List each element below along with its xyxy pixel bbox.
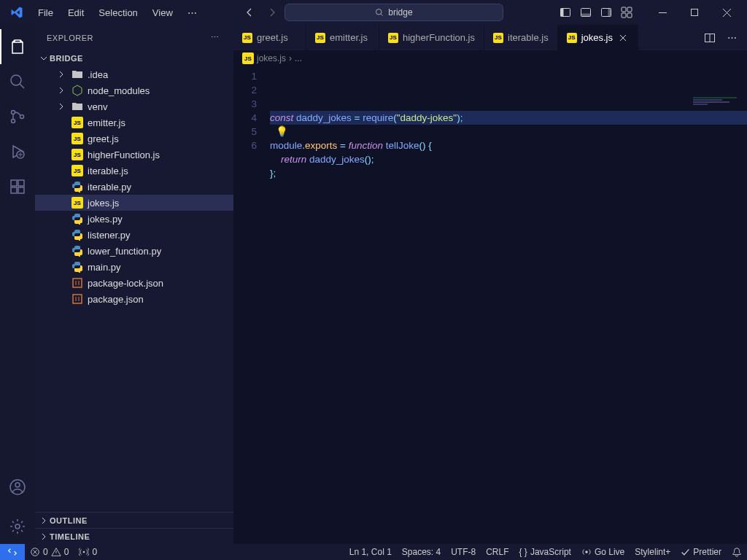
svg-rect-17 [11, 180, 17, 186]
editor-tab[interactable]: JShigherFunction.js [379, 25, 484, 50]
timeline-section[interactable]: TIMELINE [35, 528, 233, 544]
menu-view[interactable]: View [147, 4, 179, 21]
menu-file[interactable]: File [32, 4, 59, 21]
status-eol[interactable]: CRLF [481, 544, 514, 560]
layout-sidebar-left-icon[interactable] [556, 3, 575, 22]
menu-more-icon[interactable]: ⋯ [182, 4, 203, 21]
search-icon [375, 8, 384, 17]
js-file-icon: JS [567, 33, 577, 43]
braces-icon: { } [519, 547, 527, 557]
svg-rect-10 [627, 13, 632, 18]
tree-item-label: iterable.py [88, 182, 131, 192]
chevron-down-icon [38, 52, 50, 64]
split-editor-icon[interactable] [700, 28, 719, 47]
svg-rect-30 [693, 104, 708, 105]
activity-search-icon[interactable] [0, 64, 35, 99]
tab-label: jokes.js [581, 32, 613, 43]
editor-tabs: JSgreet.jsJSemitter.jsJShigherFunction.j… [233, 25, 747, 50]
svg-rect-7 [622, 7, 626, 12]
status-stylelint[interactable]: Stylelint+ [630, 544, 676, 560]
tree-item-label: iterable.js [88, 166, 128, 176]
tree-item-label: greet.js [88, 133, 119, 144]
tree-file[interactable]: listener.py [35, 227, 233, 243]
layout-sidebar-right-icon[interactable] [597, 3, 616, 22]
activity-extensions-icon[interactable] [0, 169, 35, 204]
js-icon: JS [71, 197, 83, 209]
project-name: BRIDGE [50, 54, 83, 63]
js-file-icon: JS [315, 33, 325, 43]
svg-rect-19 [18, 187, 24, 193]
editor-tab[interactable]: JSgreet.js [233, 25, 306, 50]
tree-file[interactable]: JSjokes.js [35, 195, 233, 211]
status-ports[interactable]: 0 [74, 544, 102, 560]
status-problems[interactable]: 0 0 [25, 544, 74, 560]
minimap[interactable] [693, 69, 737, 78]
tree-item-label: node_modules [88, 85, 150, 96]
svg-rect-29 [693, 101, 729, 103]
breadcrumb[interactable]: JS jokes.js › ... [233, 50, 747, 66]
nav-forward-button[interactable] [263, 3, 282, 22]
warning-icon [51, 547, 61, 557]
explorer-more-icon[interactable]: ⋯ [208, 31, 222, 44]
outline-section[interactable]: OUTLINE [35, 512, 233, 528]
editor-tab[interactable]: JSjokes.js [558, 25, 638, 50]
status-language[interactable]: { } JavaScript [514, 544, 576, 560]
code-content[interactable]: const daddy_jokes = require("daddy-jokes… [270, 66, 747, 544]
tree-item-label: package-lock.json [88, 278, 163, 289]
status-indentation[interactable]: Spaces: 4 [397, 544, 446, 560]
title-bar: File Edit Selection View ⋯ bridge [0, 0, 747, 25]
editor-tab[interactable]: JSiterable.js [484, 25, 558, 50]
window-maximize-button[interactable] [678, 0, 711, 25]
tree-folder[interactable]: venv [35, 98, 233, 114]
svg-rect-27 [693, 97, 737, 98]
status-encoding[interactable]: UTF-8 [446, 544, 481, 560]
tree-folder[interactable]: node_modules [35, 82, 233, 98]
tree-file[interactable]: package.json [35, 291, 233, 307]
tree-file[interactable]: JSgreet.js [35, 131, 233, 147]
activity-settings-icon[interactable] [0, 509, 35, 544]
activity-source-control-icon[interactable] [0, 99, 35, 134]
json-icon [71, 293, 83, 305]
svg-rect-4 [581, 14, 591, 17]
line-gutter: 123456 [233, 66, 270, 544]
tab-label: higherFunction.js [403, 32, 475, 43]
activity-bar [0, 25, 35, 544]
tree-file[interactable]: JSemitter.js [35, 114, 233, 131]
menu-edit[interactable]: Edit [62, 4, 90, 21]
tree-file[interactable]: JSiterable.js [35, 163, 233, 179]
status-prettier[interactable]: Prettier [676, 544, 727, 560]
nav-back-button[interactable] [241, 3, 260, 22]
activity-accounts-icon[interactable] [0, 470, 35, 505]
tree-file[interactable]: package-lock.json [35, 275, 233, 291]
svg-rect-24 [73, 279, 82, 287]
close-icon[interactable] [617, 32, 629, 44]
editor-tab[interactable]: JSemitter.js [306, 25, 379, 50]
tree-folder[interactable]: .idea [35, 66, 233, 82]
status-notifications[interactable] [727, 544, 747, 560]
py-icon [71, 229, 83, 241]
folder-icon [71, 69, 83, 80]
tree-file[interactable]: iterable.py [35, 179, 233, 195]
window-minimize-button[interactable] [646, 0, 678, 25]
js-file-icon: JS [242, 52, 254, 64]
editor-more-icon[interactable]: ⋯ [722, 28, 741, 47]
layout-panel-icon[interactable] [576, 3, 595, 22]
command-center-search[interactable]: bridge [285, 4, 503, 21]
remote-indicator[interactable] [0, 544, 25, 560]
status-cursor-position[interactable]: Ln 1, Col 1 [344, 544, 397, 560]
layout-customize-icon[interactable] [617, 3, 636, 22]
activity-run-debug-icon[interactable] [0, 134, 35, 169]
tree-file[interactable]: lower_function.py [35, 243, 233, 259]
chevron-right-icon [38, 531, 50, 542]
window-close-button[interactable] [711, 0, 743, 25]
project-root[interactable]: BRIDGE [35, 50, 233, 66]
tree-file[interactable]: main.py [35, 259, 233, 275]
activity-explorer-icon[interactable] [0, 29, 35, 64]
svg-point-14 [12, 120, 15, 123]
tree-file[interactable]: jokes.py [35, 211, 233, 227]
menu-selection[interactable]: Selection [93, 4, 143, 21]
tree-file[interactable]: JShigherFunction.js [35, 147, 233, 163]
py-icon [71, 181, 83, 192]
status-golive[interactable]: Go Live [576, 544, 630, 560]
code-editor[interactable]: 123456 const daddy_jokes = require("dadd… [233, 66, 747, 544]
